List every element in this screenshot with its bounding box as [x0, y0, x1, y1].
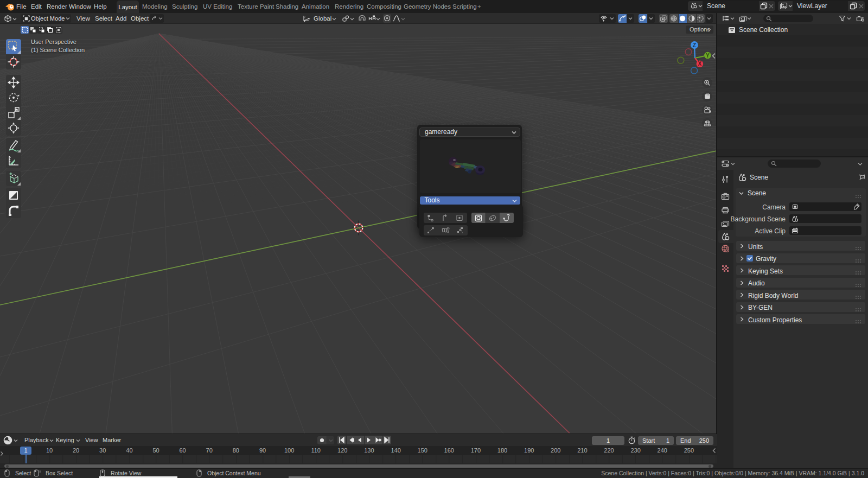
svg-text:Y: Y — [706, 53, 710, 59]
svg-text:Z: Z — [693, 42, 697, 48]
svg-text:X: X — [698, 61, 702, 67]
